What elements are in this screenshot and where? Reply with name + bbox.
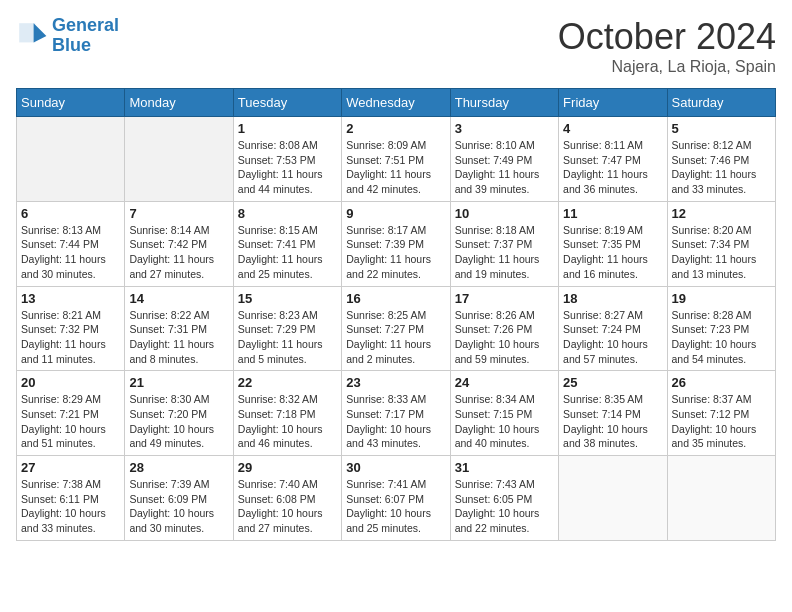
weekday-header-friday: Friday (559, 89, 667, 117)
calendar-cell: 5Sunrise: 8:12 AM Sunset: 7:46 PM Daylig… (667, 117, 775, 202)
day-number: 5 (672, 121, 771, 136)
calendar-cell: 21Sunrise: 8:30 AM Sunset: 7:20 PM Dayli… (125, 371, 233, 456)
calendar-cell: 11Sunrise: 8:19 AM Sunset: 7:35 PM Dayli… (559, 201, 667, 286)
calendar-week-2: 6Sunrise: 8:13 AM Sunset: 7:44 PM Daylig… (17, 201, 776, 286)
logo: General Blue (16, 16, 119, 56)
title-block: October 2024 Najera, La Rioja, Spain (558, 16, 776, 76)
calendar-cell: 19Sunrise: 8:28 AM Sunset: 7:23 PM Dayli… (667, 286, 775, 371)
day-detail: Sunrise: 8:19 AM Sunset: 7:35 PM Dayligh… (563, 223, 662, 282)
calendar-cell: 6Sunrise: 8:13 AM Sunset: 7:44 PM Daylig… (17, 201, 125, 286)
day-detail: Sunrise: 8:08 AM Sunset: 7:53 PM Dayligh… (238, 138, 337, 197)
day-detail: Sunrise: 8:32 AM Sunset: 7:18 PM Dayligh… (238, 392, 337, 451)
calendar-table: SundayMondayTuesdayWednesdayThursdayFrid… (16, 88, 776, 541)
day-detail: Sunrise: 8:33 AM Sunset: 7:17 PM Dayligh… (346, 392, 445, 451)
day-number: 21 (129, 375, 228, 390)
weekday-header-thursday: Thursday (450, 89, 558, 117)
day-number: 29 (238, 460, 337, 475)
day-detail: Sunrise: 7:41 AM Sunset: 6:07 PM Dayligh… (346, 477, 445, 536)
day-number: 18 (563, 291, 662, 306)
day-detail: Sunrise: 8:25 AM Sunset: 7:27 PM Dayligh… (346, 308, 445, 367)
day-number: 4 (563, 121, 662, 136)
day-detail: Sunrise: 8:14 AM Sunset: 7:42 PM Dayligh… (129, 223, 228, 282)
calendar-cell: 26Sunrise: 8:37 AM Sunset: 7:12 PM Dayli… (667, 371, 775, 456)
day-detail: Sunrise: 8:28 AM Sunset: 7:23 PM Dayligh… (672, 308, 771, 367)
weekday-header-saturday: Saturday (667, 89, 775, 117)
calendar-cell: 9Sunrise: 8:17 AM Sunset: 7:39 PM Daylig… (342, 201, 450, 286)
day-detail: Sunrise: 8:22 AM Sunset: 7:31 PM Dayligh… (129, 308, 228, 367)
day-number: 30 (346, 460, 445, 475)
day-detail: Sunrise: 7:40 AM Sunset: 6:08 PM Dayligh… (238, 477, 337, 536)
calendar-cell: 8Sunrise: 8:15 AM Sunset: 7:41 PM Daylig… (233, 201, 341, 286)
day-number: 27 (21, 460, 120, 475)
calendar-cell: 23Sunrise: 8:33 AM Sunset: 7:17 PM Dayli… (342, 371, 450, 456)
day-number: 2 (346, 121, 445, 136)
day-detail: Sunrise: 7:43 AM Sunset: 6:05 PM Dayligh… (455, 477, 554, 536)
day-number: 3 (455, 121, 554, 136)
calendar-cell (17, 117, 125, 202)
calendar-cell: 31Sunrise: 7:43 AM Sunset: 6:05 PM Dayli… (450, 456, 558, 541)
day-detail: Sunrise: 8:35 AM Sunset: 7:14 PM Dayligh… (563, 392, 662, 451)
day-number: 8 (238, 206, 337, 221)
svg-marker-0 (34, 23, 47, 42)
calendar-cell (125, 117, 233, 202)
svg-rect-1 (19, 23, 35, 42)
day-number: 19 (672, 291, 771, 306)
calendar-cell: 1Sunrise: 8:08 AM Sunset: 7:53 PM Daylig… (233, 117, 341, 202)
calendar-cell: 3Sunrise: 8:10 AM Sunset: 7:49 PM Daylig… (450, 117, 558, 202)
day-number: 7 (129, 206, 228, 221)
day-detail: Sunrise: 8:29 AM Sunset: 7:21 PM Dayligh… (21, 392, 120, 451)
calendar-cell: 17Sunrise: 8:26 AM Sunset: 7:26 PM Dayli… (450, 286, 558, 371)
calendar-cell: 16Sunrise: 8:25 AM Sunset: 7:27 PM Dayli… (342, 286, 450, 371)
day-number: 26 (672, 375, 771, 390)
day-number: 31 (455, 460, 554, 475)
weekday-header-tuesday: Tuesday (233, 89, 341, 117)
day-detail: Sunrise: 8:26 AM Sunset: 7:26 PM Dayligh… (455, 308, 554, 367)
weekday-header-monday: Monday (125, 89, 233, 117)
day-number: 6 (21, 206, 120, 221)
day-number: 15 (238, 291, 337, 306)
calendar-cell: 18Sunrise: 8:27 AM Sunset: 7:24 PM Dayli… (559, 286, 667, 371)
calendar-week-5: 27Sunrise: 7:38 AM Sunset: 6:11 PM Dayli… (17, 456, 776, 541)
day-detail: Sunrise: 8:23 AM Sunset: 7:29 PM Dayligh… (238, 308, 337, 367)
day-detail: Sunrise: 8:09 AM Sunset: 7:51 PM Dayligh… (346, 138, 445, 197)
day-number: 11 (563, 206, 662, 221)
day-detail: Sunrise: 8:10 AM Sunset: 7:49 PM Dayligh… (455, 138, 554, 197)
day-detail: Sunrise: 8:34 AM Sunset: 7:15 PM Dayligh… (455, 392, 554, 451)
page-header: General Blue October 2024 Najera, La Rio… (16, 16, 776, 76)
calendar-cell: 27Sunrise: 7:38 AM Sunset: 6:11 PM Dayli… (17, 456, 125, 541)
day-detail: Sunrise: 8:15 AM Sunset: 7:41 PM Dayligh… (238, 223, 337, 282)
logo-icon (16, 20, 48, 52)
day-detail: Sunrise: 8:11 AM Sunset: 7:47 PM Dayligh… (563, 138, 662, 197)
calendar-cell: 2Sunrise: 8:09 AM Sunset: 7:51 PM Daylig… (342, 117, 450, 202)
day-number: 16 (346, 291, 445, 306)
day-detail: Sunrise: 8:12 AM Sunset: 7:46 PM Dayligh… (672, 138, 771, 197)
calendar-cell: 30Sunrise: 7:41 AM Sunset: 6:07 PM Dayli… (342, 456, 450, 541)
day-number: 20 (21, 375, 120, 390)
day-detail: Sunrise: 8:13 AM Sunset: 7:44 PM Dayligh… (21, 223, 120, 282)
day-number: 10 (455, 206, 554, 221)
day-number: 17 (455, 291, 554, 306)
day-number: 22 (238, 375, 337, 390)
day-detail: Sunrise: 8:17 AM Sunset: 7:39 PM Dayligh… (346, 223, 445, 282)
calendar-cell: 28Sunrise: 7:39 AM Sunset: 6:09 PM Dayli… (125, 456, 233, 541)
day-detail: Sunrise: 7:39 AM Sunset: 6:09 PM Dayligh… (129, 477, 228, 536)
calendar-cell: 20Sunrise: 8:29 AM Sunset: 7:21 PM Dayli… (17, 371, 125, 456)
day-detail: Sunrise: 8:18 AM Sunset: 7:37 PM Dayligh… (455, 223, 554, 282)
weekday-header-wednesday: Wednesday (342, 89, 450, 117)
calendar-cell (559, 456, 667, 541)
day-number: 23 (346, 375, 445, 390)
calendar-week-4: 20Sunrise: 8:29 AM Sunset: 7:21 PM Dayli… (17, 371, 776, 456)
day-detail: Sunrise: 8:27 AM Sunset: 7:24 PM Dayligh… (563, 308, 662, 367)
logo-text: General Blue (52, 16, 119, 56)
location: Najera, La Rioja, Spain (558, 58, 776, 76)
day-detail: Sunrise: 8:30 AM Sunset: 7:20 PM Dayligh… (129, 392, 228, 451)
calendar-cell: 29Sunrise: 7:40 AM Sunset: 6:08 PM Dayli… (233, 456, 341, 541)
day-number: 9 (346, 206, 445, 221)
day-number: 14 (129, 291, 228, 306)
calendar-cell: 13Sunrise: 8:21 AM Sunset: 7:32 PM Dayli… (17, 286, 125, 371)
calendar-cell: 4Sunrise: 8:11 AM Sunset: 7:47 PM Daylig… (559, 117, 667, 202)
calendar-cell: 14Sunrise: 8:22 AM Sunset: 7:31 PM Dayli… (125, 286, 233, 371)
calendar-cell: 7Sunrise: 8:14 AM Sunset: 7:42 PM Daylig… (125, 201, 233, 286)
day-number: 1 (238, 121, 337, 136)
month-title: October 2024 (558, 16, 776, 58)
